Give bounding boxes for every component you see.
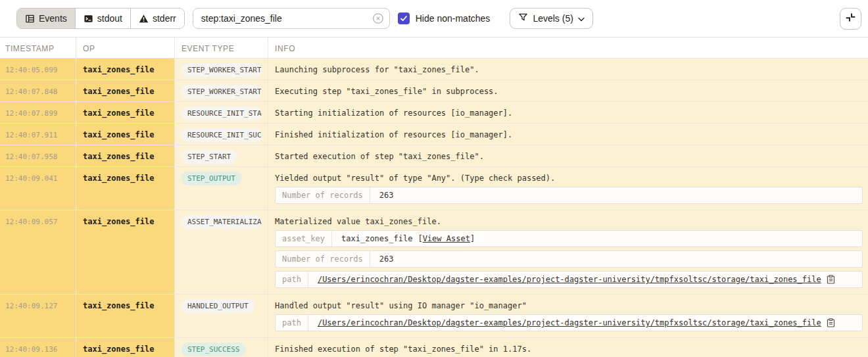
op-cell: taxi_zones_file (76, 102, 175, 123)
levels-filter-button[interactable]: Levels (5) (510, 8, 592, 29)
info-text: Materialized value taxi_zones_file. (275, 217, 863, 226)
op-cell: taxi_zones_file (76, 295, 175, 337)
event-type-badge: STEP_WORKER_STARTI… (181, 63, 262, 77)
clear-search-icon[interactable] (372, 12, 384, 24)
op-cell: taxi_zones_file (76, 80, 175, 101)
filter-funnel-icon (518, 12, 528, 24)
info-text: Yielded output "result" of type "Any". (… (275, 174, 863, 183)
info-cell: Materialized value taxi_zones_file. asse… (268, 210, 868, 294)
table-icon (25, 14, 35, 24)
hide-non-matches-label: Hide non-matches (416, 13, 491, 24)
table-row[interactable]: 12:40:07.899 taxi_zones_file RESOURCE_IN… (0, 102, 868, 124)
event-type-badge: ASSET_MATERIALIZAT… (181, 215, 262, 229)
col-header-info: INFO (268, 37, 868, 58)
event-type-badge: STEP_SUCCESS (181, 343, 245, 356)
info-text: Handled output "result" using IO manager… (275, 301, 863, 310)
timestamp-cell: 12:40:09.041 (0, 167, 76, 210)
metadata-key: path (276, 272, 308, 287)
timestamp-cell: 12:40:09.136 (0, 338, 76, 357)
log-view-tabs: Events stdout stderr (16, 8, 185, 29)
table-row[interactable]: 12:40:07.848 taxi_zones_file STEP_WORKER… (0, 80, 868, 102)
info-cell: Finished execution of step "taxi_zones_f… (268, 338, 868, 357)
collapse-panel-button[interactable] (840, 8, 861, 30)
metadata-entry-records: Number of records 263 (275, 187, 863, 204)
levels-filter-label: Levels (5) (533, 13, 573, 24)
asset-key-value: taxi_zones_file (341, 234, 412, 243)
path-link[interactable]: /Users/erincochran/Desktop/dagster-examp… (318, 318, 821, 327)
event-type-badge: STEP_START (181, 150, 237, 164)
bracket-open: [ (418, 234, 422, 243)
table-row[interactable]: 12:40:07.911 taxi_zones_file RESOURCE_IN… (0, 124, 868, 145)
collapse-icon (845, 12, 856, 26)
event-type-badge: RESOURCE_INIT_SUCC… (181, 128, 262, 142)
op-cell: taxi_zones_file (76, 210, 175, 294)
hide-non-matches-toggle[interactable]: Hide non-matches (398, 12, 491, 24)
terminal-icon (84, 14, 93, 24)
timestamp-cell: 12:40:07.899 (0, 102, 76, 123)
metadata-key: path (276, 315, 308, 331)
tab-stderr-label: stderr (153, 13, 176, 24)
col-header-event-type: EVENT TYPE (175, 37, 268, 58)
metadata-entry-asset-key: asset_key taxi_zones_file [View Asset] (275, 230, 863, 247)
timestamp-cell: 12:40:07.911 (0, 124, 76, 145)
tab-stderr[interactable]: stderr (131, 9, 184, 28)
event-type-badge: STEP_OUTPUT (181, 172, 241, 185)
path-link[interactable]: /Users/erincochran/Desktop/dagster-examp… (318, 275, 821, 284)
table-row[interactable]: 12:40:09.136 taxi_zones_file STEP_SUCCES… (0, 338, 868, 357)
tab-stdout[interactable]: stdout (76, 9, 131, 28)
table-row[interactable]: 12:40:09.127 taxi_zones_file HANDLED_OUT… (0, 295, 868, 338)
timestamp-cell: 12:40:09.127 (0, 295, 76, 337)
search-input[interactable] (193, 8, 390, 29)
metadata-entry-records: Number of records 263 (275, 250, 863, 268)
timestamp-cell: 12:40:07.848 (0, 80, 76, 101)
metadata-entry-path: path /Users/erincochran/Desktop/dagster-… (275, 314, 863, 331)
info-cell: Finished initialization of resources [io… (268, 124, 868, 145)
metadata-value: 263 (370, 254, 403, 264)
table-row[interactable]: 12:40:09.041 taxi_zones_file STEP_OUTPUT… (0, 167, 868, 210)
view-asset-link[interactable]: View Asset (423, 234, 470, 243)
log-filter-search (193, 8, 390, 29)
checkbox-checked-icon[interactable] (398, 12, 410, 24)
info-cell: Started execution of step "taxi_zones_fi… (268, 145, 868, 166)
table-row[interactable]: 12:40:05.099 taxi_zones_file STEP_WORKER… (0, 59, 868, 80)
metadata-key: Number of records (276, 251, 370, 267)
op-cell: taxi_zones_file (76, 59, 175, 80)
copy-path-icon[interactable] (827, 275, 835, 284)
metadata-table: Number of records 263 (275, 187, 863, 204)
metadata-table: asset_key taxi_zones_file [View Asset] N… (275, 230, 863, 288)
event-log-table: TIMESTAMP OP EVENT TYPE INFO 12:40:05.09… (0, 37, 868, 357)
info-cell: Handled output "result" using IO manager… (268, 295, 868, 337)
event-type-badge: RESOURCE_INIT_STAR… (181, 107, 262, 120)
info-cell: Yielded output "result" of type "Any". (… (268, 167, 868, 210)
log-toolbar: Events stdout stderr Hide non-matches (0, 0, 868, 37)
event-type-badge: STEP_WORKER_STARTED (181, 85, 262, 99)
copy-path-icon[interactable] (827, 318, 835, 327)
info-cell: Executing step "taxi_zones_file" in subp… (268, 80, 868, 101)
metadata-key: Number of records (276, 187, 370, 203)
timestamp-cell: 12:40:09.057 (0, 210, 76, 294)
table-row[interactable]: 12:40:07.958 taxi_zones_file STEP_START … (0, 145, 868, 167)
table-header-row: TIMESTAMP OP EVENT TYPE INFO (0, 37, 868, 59)
view-asset-link-wrap: [View Asset] (418, 234, 475, 243)
op-cell: taxi_zones_file (76, 124, 175, 145)
event-type-badge: HANDLED_OUTPUT (181, 299, 254, 313)
metadata-value: 263 (370, 191, 403, 200)
tab-events-label: Events (39, 13, 67, 24)
tab-events[interactable]: Events (17, 9, 76, 28)
table-row[interactable]: 12:40:09.057 taxi_zones_file ASSET_MATER… (0, 210, 868, 295)
metadata-key: asset_key (276, 231, 332, 247)
timestamp-cell: 12:40:07.958 (0, 145, 76, 166)
op-cell: taxi_zones_file (76, 145, 175, 166)
chevron-down-icon (578, 13, 585, 24)
tab-stdout-label: stdout (97, 13, 122, 24)
op-cell: taxi_zones_file (76, 167, 175, 210)
bracket-close: ] (470, 234, 475, 243)
warning-icon (139, 14, 149, 24)
timestamp-cell: 12:40:05.099 (0, 59, 76, 80)
metadata-table: path /Users/erincochran/Desktop/dagster-… (275, 314, 863, 331)
col-header-timestamp: TIMESTAMP (0, 37, 76, 58)
col-header-op: OP (76, 37, 175, 58)
info-cell: Launching subprocess for "taxi_zones_fil… (268, 59, 868, 80)
metadata-entry-path: path /Users/erincochran/Desktop/dagster-… (275, 271, 863, 288)
op-cell: taxi_zones_file (76, 338, 175, 357)
